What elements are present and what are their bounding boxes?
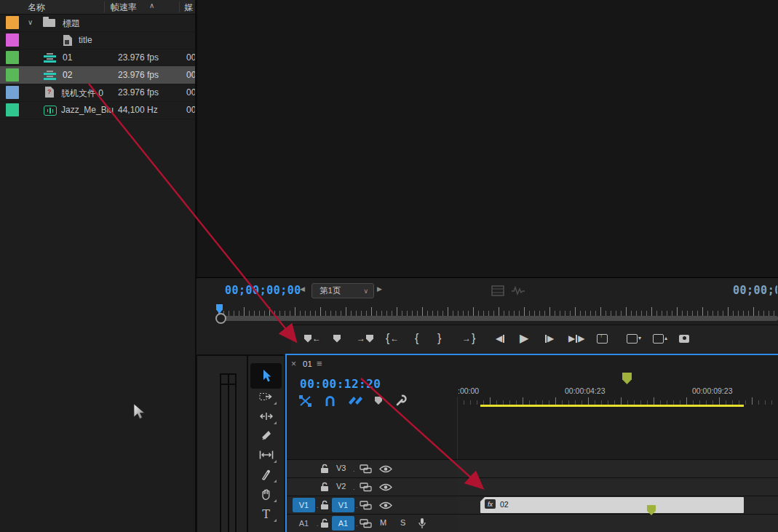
drag-audio-only-icon[interactable] <box>511 285 525 296</box>
track-target-v1[interactable]: V1 <box>332 498 354 512</box>
label-color-chip[interactable] <box>6 51 19 64</box>
ruler-label: 00:00:09:23 <box>692 386 732 395</box>
play-button[interactable]: ▶ <box>520 325 528 352</box>
column-divider[interactable] <box>179 1 180 12</box>
eye-icon[interactable] <box>379 483 392 491</box>
audio-level-meter[interactable] <box>220 373 237 532</box>
item-label[interactable]: 01 <box>63 52 72 63</box>
eye-icon[interactable] <box>379 501 392 509</box>
sync-lock-icon[interactable] <box>360 501 372 510</box>
sync-lock-icon[interactable] <box>360 519 372 528</box>
track-v3: V3 . <box>287 459 778 477</box>
track-label[interactable]: V2 <box>336 482 346 491</box>
audio-meters-panel <box>197 356 247 532</box>
list-item[interactable]: Jazz_Me_Blu 44,100 Hz 00 <box>0 101 195 119</box>
disclosure-chevron-icon[interactable]: ∨ <box>28 18 33 26</box>
label-color-chip[interactable] <box>6 68 19 82</box>
export-button[interactable]: ↑ <box>597 325 608 352</box>
lock-icon[interactable] <box>320 500 329 510</box>
program-monitor-video-area <box>197 0 778 277</box>
timeline-clip-02[interactable]: fx 02 <box>480 497 744 513</box>
sequence-tab[interactable]: 01 <box>303 360 312 368</box>
label-color-chip[interactable] <box>6 103 19 116</box>
sync-lock-icon[interactable] <box>360 483 372 492</box>
go-to-in-button[interactable]: {← <box>386 325 399 352</box>
track-select-forward-tool[interactable] <box>248 388 284 405</box>
track-a1-content[interactable] <box>457 515 778 532</box>
column-divider[interactable] <box>104 1 105 12</box>
media-start-value: 00 <box>186 87 195 98</box>
previous-page-icon[interactable]: ◀ <box>300 285 305 293</box>
export-frame-button[interactable] <box>679 325 689 352</box>
drag-video-only-icon[interactable] <box>491 285 504 296</box>
eye-icon[interactable] <box>379 465 392 473</box>
track-v2-content[interactable] <box>457 478 778 496</box>
mute-button[interactable]: M <box>380 518 386 527</box>
fx-badge[interactable]: fx <box>485 499 496 509</box>
solo-button[interactable]: S <box>400 518 405 527</box>
hand-tool[interactable] <box>248 485 284 503</box>
slip-tool[interactable] <box>248 446 284 464</box>
sync-lock-icon[interactable] <box>360 464 372 474</box>
column-media-start[interactable]: 媒 <box>184 1 193 14</box>
list-item[interactable]: 01 23.976 fps 00 <box>0 49 195 67</box>
work-area-bar[interactable] <box>480 405 744 407</box>
go-to-previous-marker-button[interactable]: ← <box>304 325 321 352</box>
playhead-timecode[interactable]: 00;00;00;00 <box>225 284 301 297</box>
lock-icon[interactable] <box>320 482 329 492</box>
transport-controls: ← → {← { } →} ◀ ▶ ▶ ▶▶ ↑ ▾ ▴ <box>291 325 778 353</box>
track-v3-content[interactable] <box>457 460 778 477</box>
track-target-a1[interactable]: A1 <box>332 516 354 531</box>
selection-tool[interactable] <box>250 363 282 389</box>
mark-out-button[interactable]: } <box>437 325 441 352</box>
step-forward-button[interactable]: ▶ <box>545 325 554 352</box>
nest-sequences-toggle-icon[interactable] <box>299 395 311 407</box>
sequence-icon <box>44 53 56 63</box>
source-patch-v1[interactable]: V1 <box>293 498 315 512</box>
item-label[interactable]: Jazz_Me_Blu <box>61 105 114 115</box>
go-to-out-button[interactable]: →} <box>462 325 475 352</box>
zoom-scrollbar-handle[interactable] <box>215 313 226 324</box>
tab-close-icon[interactable]: × <box>291 359 296 369</box>
step-back-button[interactable]: ◀ <box>496 325 504 352</box>
timeline-playhead-timecode[interactable]: 00:00:12:20 <box>300 377 381 391</box>
snap-toggle-icon[interactable] <box>325 395 336 407</box>
voiceover-mic-icon[interactable] <box>418 517 426 530</box>
ripple-edit-tool[interactable] <box>248 408 284 425</box>
source-patch-a1[interactable]: A1 <box>293 516 315 531</box>
timeline-settings-wrench-icon[interactable] <box>395 394 408 407</box>
list-item[interactable]: ∨ 標題 <box>0 14 195 32</box>
panel-menu-icon[interactable]: ≡ <box>317 358 322 369</box>
list-item[interactable]: title <box>0 31 195 49</box>
play-in-to-out-button[interactable]: ▶▶ <box>568 325 584 352</box>
list-item[interactable]: ? 脱机文件 0 23.976 fps 00 <box>0 84 195 102</box>
column-name[interactable]: 名称 <box>28 1 45 14</box>
track-label[interactable]: V3 <box>336 464 346 472</box>
extract-button[interactable]: ▴ <box>653 325 667 352</box>
linked-selection-toggle-icon[interactable] <box>348 395 362 406</box>
type-tool[interactable]: T <box>248 505 284 523</box>
item-label[interactable]: title <box>79 35 92 45</box>
next-page-icon[interactable]: ▶ <box>377 285 382 293</box>
item-label[interactable]: 脱机文件 0 <box>61 87 103 100</box>
list-item-selected[interactable]: 02 23.976 fps 00 <box>0 66 195 84</box>
go-to-next-marker-button[interactable]: → <box>357 325 373 352</box>
lock-icon[interactable] <box>320 518 329 528</box>
lock-icon[interactable] <box>320 464 329 474</box>
premiere-pro-window: 名称 帧速率 ∧ 媒 ∨ 標題 title 01 23.976 fps 00 <box>0 0 778 532</box>
pen-tool[interactable] <box>248 466 284 483</box>
label-color-chip[interactable] <box>6 86 19 99</box>
sort-ascending-icon[interactable]: ∧ <box>149 1 154 9</box>
tools-panel: T <box>248 356 284 532</box>
lift-button[interactable]: ▾ <box>627 325 641 352</box>
razor-tool[interactable] <box>248 426 284 444</box>
item-label[interactable]: 標題 <box>63 17 80 30</box>
add-marker-button[interactable] <box>333 325 341 352</box>
item-label[interactable]: 02 <box>63 70 72 80</box>
label-color-chip[interactable] <box>6 16 19 29</box>
zoom-scrollbar[interactable] <box>223 316 778 321</box>
column-frame-rate[interactable]: 帧速率 <box>111 1 137 14</box>
mark-in-button[interactable]: { <box>415 325 418 352</box>
label-color-chip[interactable] <box>6 33 19 47</box>
page-select[interactable]: 第1页 ∨ <box>311 283 374 298</box>
